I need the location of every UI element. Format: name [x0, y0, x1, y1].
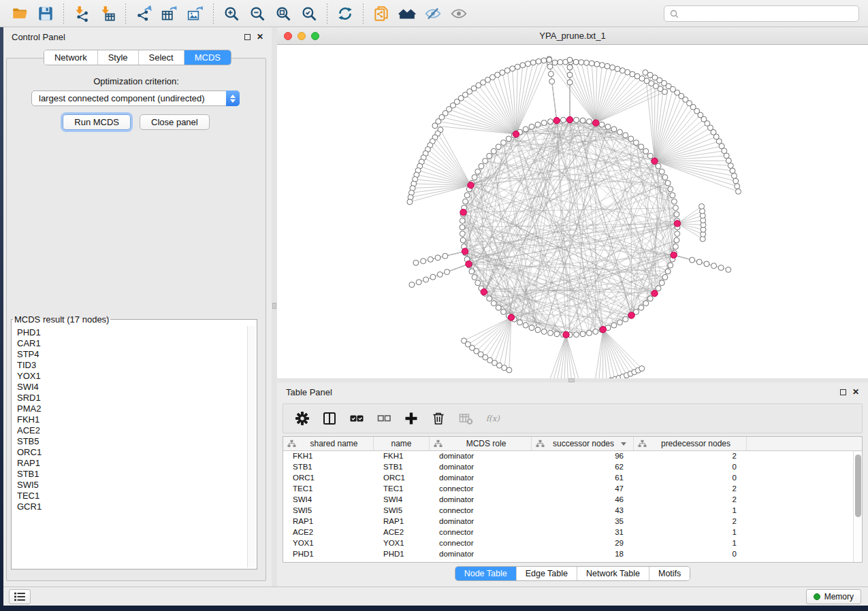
graph-node[interactable] — [594, 61, 600, 67]
graph-hub-node[interactable] — [563, 331, 569, 337]
mcds-result-item[interactable]: STB1 — [17, 469, 247, 480]
mcds-result-item[interactable]: CAR1 — [17, 338, 247, 349]
graph-node[interactable] — [718, 265, 724, 271]
graph-node[interactable] — [704, 261, 709, 267]
graph-node[interactable] — [625, 69, 630, 75]
graph-hub-node[interactable] — [566, 116, 573, 122]
graph-node[interactable] — [623, 316, 628, 322]
vertical-splitter[interactable] — [272, 27, 277, 587]
run-mcds-button[interactable]: Run MCDS — [63, 114, 131, 130]
mcds-result-item[interactable]: YOX1 — [17, 371, 247, 382]
graph-node[interactable] — [579, 60, 584, 65]
graph-node[interactable] — [690, 257, 695, 263]
tab-network[interactable]: Network — [44, 50, 97, 65]
graph-node[interactable] — [435, 255, 440, 261]
memory-button[interactable]: Memory — [806, 589, 861, 604]
graph-node[interactable] — [523, 323, 528, 328]
graph-node[interactable] — [464, 193, 470, 198]
graph-node[interactable] — [673, 244, 678, 249]
graph-node[interactable] — [611, 127, 617, 132]
zoom-out-button[interactable] — [246, 3, 269, 24]
tab-node-table[interactable]: Node Table — [455, 567, 516, 580]
graph-node[interactable] — [547, 64, 553, 69]
graph-hub-node[interactable] — [553, 117, 560, 123]
graph-node[interactable] — [639, 144, 644, 150]
close-panel-icon[interactable]: ✕ — [257, 33, 263, 41]
tab-motifs[interactable]: Motifs — [649, 567, 690, 580]
graph-node[interactable] — [567, 80, 573, 85]
graph-node[interactable] — [432, 123, 438, 129]
graph-node[interactable] — [496, 144, 501, 150]
mcds-result-item[interactable]: STP4 — [17, 349, 247, 360]
hide-selected-icon[interactable] — [421, 3, 445, 24]
mcds-result-item[interactable]: SWI5 — [17, 480, 247, 491]
graph-node[interactable] — [605, 124, 611, 129]
graph-node[interactable] — [586, 119, 592, 125]
graph-node[interactable] — [460, 225, 465, 230]
close-panel-button[interactable]: Close panel — [140, 114, 210, 130]
graph-node[interactable] — [623, 133, 628, 138]
graph-hub-node[interactable] — [674, 220, 680, 227]
mcds-result-item[interactable]: SWI4 — [17, 382, 247, 393]
table-row[interactable]: STB1STB1dominator620 — [283, 462, 853, 473]
tab-select[interactable]: Select — [138, 50, 184, 65]
graph-node[interactable] — [472, 274, 477, 280]
tab-edge-table[interactable]: Edge Table — [516, 567, 577, 580]
graph-node[interactable] — [430, 274, 436, 280]
export-table-button[interactable] — [158, 3, 181, 24]
export-network-button[interactable] — [132, 3, 155, 24]
criterion-select[interactable]: largest connected component (undirected) — [31, 90, 240, 106]
graph-node[interactable] — [407, 199, 413, 205]
graph-node[interactable] — [628, 136, 634, 142]
graph-node[interactable] — [507, 367, 512, 373]
graph-hub-node[interactable] — [652, 158, 658, 164]
minimize-window-icon[interactable] — [298, 32, 306, 40]
graph-hub-node[interactable] — [652, 291, 658, 297]
graph-node[interactable] — [674, 237, 679, 243]
column-header-mcds-role[interactable]: MCDS role — [430, 437, 532, 450]
graph-hub-node[interactable] — [460, 209, 466, 215]
graph-node[interactable] — [501, 140, 507, 146]
graph-node[interactable] — [586, 330, 592, 335]
graph-node[interactable] — [696, 259, 702, 265]
graph-node[interactable] — [659, 169, 664, 174]
table-row[interactable]: RAP1RAP1dominator352 — [283, 516, 853, 527]
graph-node[interactable] — [735, 188, 741, 194]
graph-node[interactable] — [510, 66, 515, 71]
graph-node[interactable] — [548, 119, 553, 125]
graph-node[interactable] — [643, 148, 649, 154]
save-session-button[interactable] — [34, 3, 57, 24]
graph-node[interactable] — [673, 205, 678, 211]
graph-node[interactable] — [647, 153, 653, 159]
graph-node[interactable] — [573, 59, 579, 65]
graph-node[interactable] — [523, 127, 528, 132]
add-column-button[interactable] — [403, 411, 419, 427]
table-row[interactable]: ORC1ORC1dominator610 — [283, 473, 853, 484]
table-row[interactable]: YOX1YOX1connector291 — [283, 538, 853, 549]
graph-node[interactable] — [593, 329, 598, 334]
graph-node[interactable] — [491, 301, 496, 306]
graph-node[interactable] — [643, 70, 648, 76]
graph-node[interactable] — [530, 60, 536, 65]
graph-node[interactable] — [560, 117, 566, 122]
mcds-result-item[interactable]: RAP1 — [17, 458, 247, 469]
graph-node[interactable] — [699, 203, 705, 209]
table-row[interactable]: TEC1TEC1connector472 — [283, 484, 853, 495]
table-row[interactable]: FKH1FKH1dominator962 — [283, 451, 853, 462]
graph-node[interactable] — [674, 212, 679, 217]
graph-node[interactable] — [536, 59, 541, 64]
graph-node[interactable] — [599, 63, 605, 68]
task-history-button[interactable] — [9, 589, 31, 604]
column-header-name[interactable]: name — [374, 437, 430, 450]
graph-node[interactable] — [423, 277, 429, 282]
mcds-result-item[interactable]: STB5 — [17, 436, 247, 447]
settings-button[interactable] — [294, 411, 310, 427]
show-all-icon[interactable] — [447, 3, 470, 24]
network-canvas[interactable] — [277, 45, 868, 378]
graph-hub-node[interactable] — [600, 327, 606, 333]
graph-hub-node[interactable] — [513, 131, 519, 137]
graph-hub-node[interactable] — [481, 288, 487, 295]
table-row[interactable]: ACE2ACE2connector311 — [283, 527, 853, 538]
graph-node[interactable] — [567, 72, 573, 78]
graph-node[interactable] — [475, 169, 481, 174]
